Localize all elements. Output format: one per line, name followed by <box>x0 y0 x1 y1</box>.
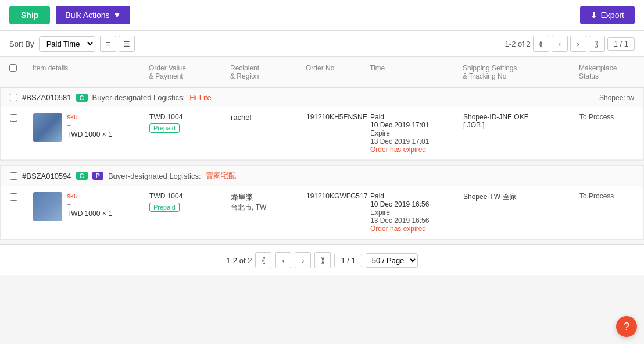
bulk-actions-label: Bulk Actions <box>65 10 109 20</box>
last-page-button[interactable]: ⟫ <box>589 36 605 52</box>
row-checkbox-cell-2 <box>10 192 33 201</box>
top-bar-left: Ship Bulk Actions ▼ <box>9 6 130 24</box>
col-order-value: Order Value & Payment <box>149 62 230 83</box>
bottom-last-page[interactable]: ⟫ <box>314 252 331 268</box>
export-button[interactable]: ⬇ Export <box>580 6 635 24</box>
badge-p-2: P <box>92 172 103 180</box>
row-checkbox-cell-1 <box>10 113 33 122</box>
logistics-name-2[interactable]: 賣家宅配 <box>206 171 236 181</box>
col-checkbox <box>9 62 33 83</box>
table-header: Item details Order Value & Payment Recip… <box>0 57 644 88</box>
sort-icons: ≡ ☰ <box>100 36 135 52</box>
order-value-2: TWD 1004 Prepaid <box>149 192 231 212</box>
col-shipping: Shipping Settings & Tracking No <box>463 62 579 83</box>
top-bar: Ship Bulk Actions ▼ ⬇ Export <box>0 0 644 31</box>
export-label: Export <box>601 10 624 20</box>
recipient-1: rachel <box>231 113 306 122</box>
col-recipient: Recipient & Region <box>230 62 306 83</box>
sort-asc-icon: ≡ <box>106 40 110 48</box>
item-sku-1: sku <box>67 113 112 121</box>
logistics-name-1[interactable]: Hi-Life <box>189 93 212 102</box>
bottom-page-current: 1 / 1 <box>334 254 362 267</box>
order-checkbox-2[interactable] <box>10 172 17 180</box>
top-pagination: 1-2 of 2 ⟪ ‹ › ⟫ 1 / 1 <box>505 36 635 52</box>
item-image-2 <box>33 192 62 221</box>
select-all-checkbox[interactable] <box>9 64 17 72</box>
prepaid-badge-2: Prepaid <box>149 203 180 212</box>
order-row-2: sku – TWD 1000 × 1 TWD 1004 Prepaid 蜂皇漿 … <box>1 186 643 239</box>
bottom-pagination: 1-2 of 2 ⟪ ‹ › ⟫ 1 / 1 50 / Page <box>0 244 644 275</box>
badge-c-2: C <box>76 172 88 180</box>
ship-button[interactable]: Ship <box>9 6 50 24</box>
order-no-1: 191210KH5ENSNE <box>306 113 370 121</box>
logistics-label-2: Buyer-designated Logistics: <box>108 172 201 180</box>
sort-bar: Sort By Paid Time ≡ ☰ 1-2 of 2 ⟪ ‹ › ⟫ 1… <box>0 31 644 57</box>
item-dash-2: – <box>67 200 112 208</box>
pagination-text: 1-2 of 2 <box>505 40 531 48</box>
first-page-button[interactable]: ⟪ <box>533 36 549 52</box>
bottom-prev-page[interactable]: ‹ <box>275 252 291 268</box>
shipping-2: Shopee-TW-全家 <box>463 192 579 202</box>
bottom-first-page[interactable]: ⟪ <box>255 252 271 268</box>
bottom-pagination-text: 1-2 of 2 <box>226 256 252 265</box>
row-checkbox-2[interactable] <box>10 193 17 201</box>
sort-desc-icon: ☰ <box>123 40 130 48</box>
item-price-qty-2: TWD 1000 × 1 <box>67 210 112 218</box>
logistics-label-1: Buyer-designated Logistics: <box>92 93 185 102</box>
item-image-1 <box>33 113 62 142</box>
order-group-1: #BSZA010581 C Buyer-designated Logistics… <box>0 88 644 161</box>
page-current: 1 / 1 <box>607 37 635 51</box>
item-details-2: sku – TWD 1000 × 1 <box>33 192 149 221</box>
marketplace-status-2: To Process <box>579 192 644 200</box>
prepaid-badge-1: Prepaid <box>149 123 180 133</box>
order-no-2: 191210KGWFG517 <box>306 192 370 200</box>
order-header-2: #BSZA010594 C P Buyer-designated Logisti… <box>1 166 643 186</box>
order-value-1: TWD 1004 Prepaid <box>149 113 231 133</box>
bottom-next-page[interactable]: › <box>295 252 311 268</box>
next-page-button[interactable]: › <box>570 36 586 52</box>
order-row-1: sku – TWD 1000 × 1 TWD 1004 Prepaid rach… <box>1 107 643 160</box>
marketplace-status-1: To Process <box>579 113 644 121</box>
col-marketplace: Makertplace Status <box>579 62 644 83</box>
time-2: Paid 10 Dec 2019 16:56 Expire 13 Dec 201… <box>370 192 463 233</box>
item-price-qty-1: TWD 1000 × 1 <box>67 130 112 139</box>
item-details-1: sku – TWD 1000 × 1 <box>33 113 149 142</box>
item-dash-1: – <box>67 121 112 129</box>
sort-by-label: Sort By <box>9 40 34 48</box>
sort-select[interactable]: Paid Time <box>39 36 95 52</box>
time-1: Paid 10 Dec 2019 17:01 Expire 13 Dec 201… <box>370 113 463 154</box>
sort-asc-button[interactable]: ≡ <box>100 36 116 52</box>
sort-left: Sort By Paid Time ≡ ☰ <box>9 36 135 52</box>
order-id-2: #BSZA010594 <box>22 172 71 180</box>
per-page-select[interactable]: 50 / Page <box>366 253 418 268</box>
row-checkbox-1[interactable] <box>10 114 17 122</box>
col-item-details: Item details <box>33 62 149 83</box>
sort-desc-button[interactable]: ☰ <box>119 36 135 52</box>
col-time: Time <box>370 62 463 83</box>
prev-page-button[interactable]: ‹ <box>552 36 568 52</box>
order-header-left-2: #BSZA010594 C P Buyer-designated Logisti… <box>10 171 236 181</box>
download-icon: ⬇ <box>591 10 598 20</box>
order-header-1: #BSZA010581 C Buyer-designated Logistics… <box>1 88 643 107</box>
bulk-actions-button[interactable]: Bulk Actions ▼ <box>56 6 130 24</box>
item-text-2: sku – TWD 1000 × 1 <box>67 192 112 218</box>
order-group-2: #BSZA010594 C P Buyer-designated Logisti… <box>0 165 644 240</box>
shipping-1: Shopee-ID-JNE OKE [ JOB ] <box>463 113 579 129</box>
badge-c-1: C <box>76 94 88 102</box>
col-order-no: Order No <box>306 62 370 83</box>
order-header-left-1: #BSZA010581 C Buyer-designated Logistics… <box>10 93 212 102</box>
item-sku-2: sku <box>67 192 112 200</box>
order-checkbox-1[interactable] <box>10 94 17 101</box>
platform-1: Shopee: tw <box>599 94 634 102</box>
order-id-1: #BSZA010581 <box>22 93 71 102</box>
recipient-2: 蜂皇漿 台北市, TW <box>231 192 306 212</box>
chevron-down-icon: ▼ <box>113 10 121 20</box>
item-text-1: sku – TWD 1000 × 1 <box>67 113 112 139</box>
